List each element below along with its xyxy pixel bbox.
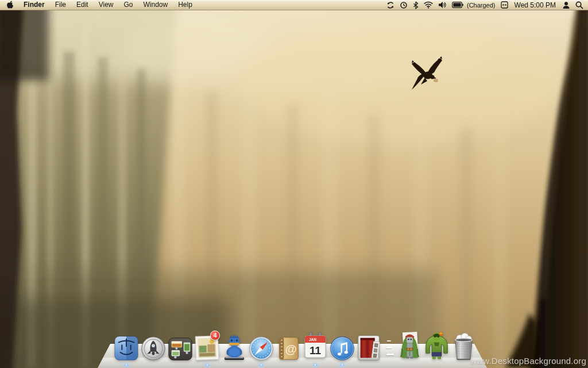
mission-control-icon [167,336,194,362]
running-indicator [259,364,263,366]
svg-text:@: @ [285,342,297,355]
sync-icon[interactable] [386,1,394,9]
bluetooth-icon[interactable] [413,1,419,9]
apple-logo-icon [6,1,13,9]
mail-unread-badge: 4 [210,331,220,340]
menu-item-window[interactable]: Window [138,0,173,10]
calendar-day-label: 11 [309,344,321,356]
battery-status-label[interactable]: (Charged) [467,2,496,9]
running-indicator [205,364,209,366]
finder-icon [113,335,140,362]
dock-item-address-book[interactable]: @ [274,335,301,362]
desktop: Finder File Edit View Go Window Help [0,0,588,368]
menu-item-file[interactable]: File [50,0,71,10]
menu-bar-status: (Charged) Wed 5:00 PM [386,1,583,9]
launchpad-icon [140,335,167,362]
battery-icon[interactable] [452,2,463,8]
dock-item-mail[interactable]: 4 [194,333,220,362]
menu-item-edit[interactable]: Edit [71,0,94,10]
watermark: www.DesktopBackground.org [470,356,586,366]
dock: 4 [98,330,487,368]
dock-separator [382,336,396,362]
calendar-icon: JAN 11 [302,332,328,362]
running-indicator [313,364,317,366]
user-switch-icon[interactable] [562,1,570,9]
apple-menu[interactable] [5,1,18,9]
menu-item-go[interactable]: Go [119,0,138,10]
wallpaper-waterfall [0,0,588,368]
menu-bar: Finder File Edit View Go Window Help [0,0,588,10]
safari-icon [248,335,274,362]
running-indicator [124,364,128,366]
volume-icon[interactable] [438,1,447,9]
menu-item-help[interactable]: Help [173,0,198,10]
input-menu-icon[interactable] [501,1,508,9]
dock-item-finder[interactable] [113,335,140,362]
blue-duck-icon [222,333,246,362]
dock-item-safari[interactable] [247,335,274,362]
menu-item-view[interactable]: View [94,0,119,10]
dock-item-mission-control[interactable] [167,336,194,362]
green-cloaked-figure-icon [396,331,423,362]
photo-booth-icon [356,334,382,362]
dock-item-blue-duck[interactable] [220,333,247,362]
menu-item-finder[interactable]: Finder [18,0,50,10]
hulk-figure-icon [423,331,450,362]
address-book-icon: @ [276,335,301,362]
dock-item-itunes[interactable] [328,335,355,362]
dock-item-hulk-figure[interactable] [423,331,450,362]
itunes-icon [329,335,355,362]
running-indicator [340,364,344,366]
dock-item-calendar[interactable]: JAN 11 [301,332,328,362]
wifi-icon[interactable] [424,1,433,9]
dock-item-photo-booth[interactable] [355,334,382,362]
menu-bar-clock[interactable]: Wed 5:00 PM [513,1,557,9]
dock-item-green-cloaked-figure[interactable] [396,331,423,362]
calendar-month-label: JAN [309,338,316,342]
spotlight-icon[interactable] [575,1,583,9]
time-machine-icon[interactable] [400,1,408,9]
dock-item-launchpad[interactable] [140,335,167,362]
